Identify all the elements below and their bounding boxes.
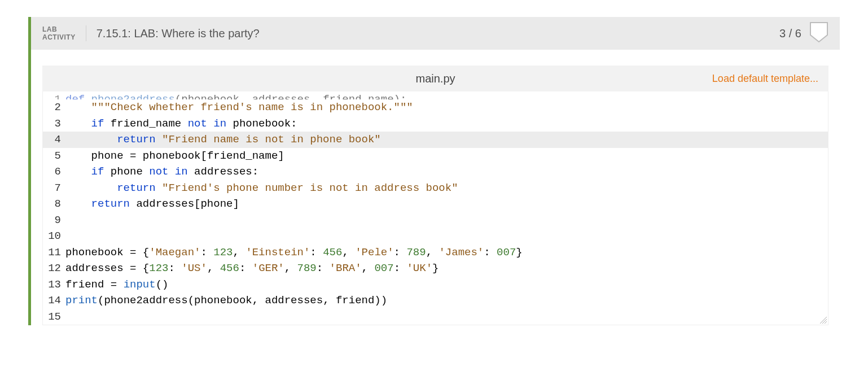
- lab-activity-label: LAB ACTIVITY: [42, 25, 86, 42]
- code-row[interactable]: 4 return "Friend name is not in phone bo…: [43, 132, 828, 148]
- line-number: 11: [43, 245, 65, 261]
- resize-handle-icon[interactable]: [820, 317, 827, 324]
- lab-header: LAB ACTIVITY 7.15.1: LAB: Where is the p…: [31, 17, 840, 50]
- line-number: 4: [43, 132, 65, 148]
- line-number: 5: [43, 148, 65, 164]
- code-line[interactable]: return "Friend's phone number is not in …: [65, 180, 828, 197]
- code-line[interactable]: return addresses[phone]: [65, 196, 828, 212]
- code-line[interactable]: [65, 309, 828, 325]
- code-line[interactable]: addresses = {123: 'US', 456: 'GER', 789:…: [65, 260, 828, 277]
- code-line[interactable]: print(phone2address(phonebook, addresses…: [65, 293, 828, 309]
- score-display: 3 / 6: [779, 27, 801, 40]
- line-number: 12: [43, 260, 65, 277]
- code-row[interactable]: 12addresses = {123: 'US', 456: 'GER', 78…: [43, 260, 828, 277]
- code-line[interactable]: [65, 212, 828, 229]
- code-row[interactable]: 5 phone = phonebook[friend_name]: [43, 148, 828, 164]
- line-number: 1: [43, 91, 65, 99]
- editor-header: main.py Load default template...: [42, 66, 828, 91]
- code-editor[interactable]: 1def phone2address(phonebook, addresses,…: [42, 91, 828, 325]
- code-row[interactable]: 7 return "Friend's phone number is not i…: [43, 180, 828, 197]
- line-number: 13: [43, 277, 65, 293]
- editor-area: main.py Load default template... 1def ph…: [31, 50, 840, 325]
- code-line[interactable]: return "Friend name is not in phone book…: [65, 132, 828, 148]
- line-number: 8: [43, 196, 65, 212]
- line-number: 7: [43, 180, 65, 197]
- code-line[interactable]: def phone2address(phonebook, addresses, …: [65, 91, 828, 99]
- line-number: 6: [43, 164, 65, 180]
- shield-icon: [809, 21, 828, 45]
- code-row[interactable]: 15: [43, 309, 828, 325]
- code-line[interactable]: """Check whether friend's name is in pho…: [65, 99, 828, 116]
- line-number: 3: [43, 116, 65, 132]
- code-row[interactable]: 11phonebook = {'Maegan': 123, 'Einstein'…: [43, 245, 828, 261]
- code-line[interactable]: phone = phonebook[friend_name]: [65, 148, 828, 164]
- code-line[interactable]: if friend_name not in phonebook:: [65, 116, 828, 132]
- lab-title: 7.15.1: LAB: Where is the party?: [97, 27, 779, 40]
- code-line[interactable]: [65, 228, 828, 245]
- lab-container: LAB ACTIVITY 7.15.1: LAB: Where is the p…: [28, 17, 840, 325]
- load-default-template-link[interactable]: Load default template...: [712, 73, 818, 85]
- code-row[interactable]: 3 if friend_name not in phonebook:: [43, 116, 828, 132]
- code-row[interactable]: 10: [43, 228, 828, 245]
- line-number: 15: [43, 309, 65, 325]
- filename-label: main.py: [415, 72, 455, 85]
- code-line[interactable]: friend = input(): [65, 277, 828, 293]
- code-row[interactable]: 2 """Check whether friend's name is in p…: [43, 99, 828, 116]
- code-row[interactable]: 14print(phone2address(phonebook, address…: [43, 293, 828, 309]
- code-row[interactable]: 8 return addresses[phone]: [43, 196, 828, 212]
- line-number: 9: [43, 212, 65, 229]
- code-row[interactable]: 6 if phone not in addresses:: [43, 164, 828, 180]
- code-row[interactable]: 9: [43, 212, 828, 229]
- code-row[interactable]: 13friend = input(): [43, 277, 828, 293]
- lab-label-line-2: ACTIVITY: [42, 33, 76, 41]
- lab-label-line-1: LAB: [42, 25, 76, 33]
- code-row[interactable]: 1def phone2address(phonebook, addresses,…: [43, 91, 828, 99]
- line-number: 2: [43, 99, 65, 116]
- code-line[interactable]: phonebook = {'Maegan': 123, 'Einstein': …: [65, 245, 828, 261]
- code-line[interactable]: if phone not in addresses:: [65, 164, 828, 180]
- line-number: 10: [43, 228, 65, 245]
- line-number: 14: [43, 293, 65, 309]
